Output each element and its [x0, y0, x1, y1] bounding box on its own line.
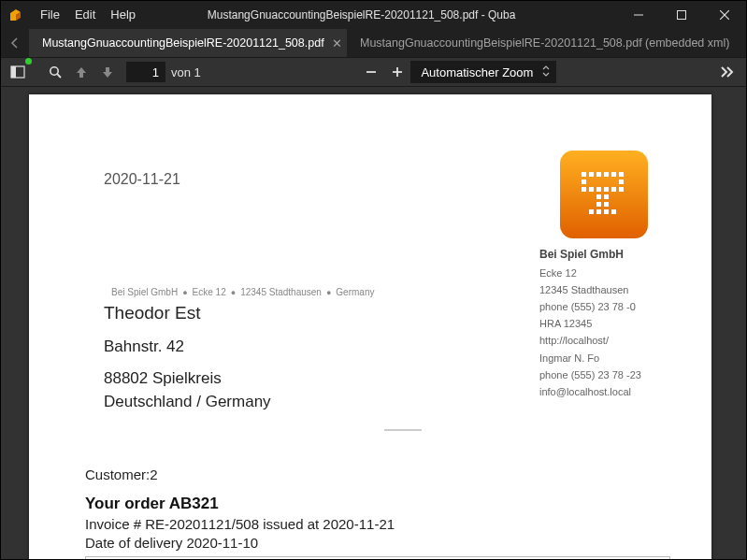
- arrow-down-icon: [102, 65, 113, 79]
- delivery-date-line: Date of delivery 2020-11-10: [85, 534, 395, 553]
- next-page-button[interactable]: [94, 59, 121, 85]
- menu-edit[interactable]: Edit: [67, 1, 103, 29]
- svg-rect-31: [604, 209, 609, 214]
- svg-rect-22: [604, 187, 609, 192]
- company-name: Bei Spiel GmbH: [539, 246, 670, 265]
- sidebar-toggle-button[interactable]: [5, 59, 31, 85]
- company-phone-direct: phone (555) 23 78 -23: [539, 366, 670, 383]
- invoice-info: Invoice # RE-20201121/508 issued at 2020…: [85, 515, 395, 552]
- invoice-number-line: Invoice # RE-20201121/508 issued at 2020…: [85, 515, 395, 534]
- company-phone: phone (555) 23 78 -0: [539, 298, 670, 315]
- svg-rect-17: [582, 179, 586, 184]
- svg-rect-25: [596, 194, 601, 199]
- tab-previous-icon[interactable]: [1, 29, 29, 57]
- chevron-double-right-icon: [720, 66, 735, 78]
- company-logo: [560, 151, 648, 238]
- svg-rect-24: [619, 187, 624, 192]
- company-city: 12345 Stadthausen: [539, 281, 670, 298]
- customer-id: Customer:2: [85, 467, 158, 482]
- company-contact: Ingmar N. Fo: [539, 350, 670, 366]
- window-title: MustangGnuaccountingBeispielRE-20201121_…: [143, 8, 617, 22]
- company-reg: HRA 12345: [539, 315, 670, 332]
- svg-point-6: [50, 66, 57, 74]
- svg-rect-15: [611, 172, 616, 177]
- recipient-street: Bahnstr. 42: [104, 336, 271, 359]
- svg-rect-26: [604, 194, 609, 199]
- svg-rect-16: [619, 172, 624, 177]
- more-tools-button[interactable]: [714, 59, 740, 85]
- close-icon[interactable]: ✕: [332, 36, 342, 50]
- company-street: Ecke 12: [539, 265, 670, 281]
- minus-icon: [365, 65, 378, 79]
- svg-rect-12: [589, 172, 594, 177]
- tab-label: MustangGnuaccountingBeispielRE-20201121_…: [42, 36, 324, 50]
- status-dot-icon: [25, 58, 32, 65]
- viewer-toolbar: von 1 Automatischer Zoom: [1, 57, 746, 87]
- svg-rect-23: [611, 187, 616, 192]
- svg-rect-30: [596, 209, 601, 214]
- recipient-name: Theodor Est: [104, 300, 271, 326]
- company-info-block: Bei Spiel GmbH Ecke 12 12345 Stadthausen…: [539, 246, 670, 400]
- zoom-mode-label: Automatischer Zoom: [421, 65, 533, 79]
- tab-embedded-xml[interactable]: MustangGnuaccountingBeispielRE-20201121_…: [347, 29, 665, 57]
- search-icon: [49, 65, 63, 79]
- svg-rect-1: [678, 11, 686, 20]
- invoice-table-top: [85, 556, 670, 559]
- svg-rect-5: [11, 66, 16, 78]
- sender-address-line: Bei Spiel GmbH●Ecke 12●12345 Stadthausen…: [111, 287, 374, 297]
- document-viewer[interactable]: 2020-11-21 Bei Spiel GmbH Ecke 12 1: [1, 87, 746, 559]
- svg-rect-20: [589, 187, 594, 192]
- window-controls: [617, 1, 746, 29]
- document-date: 2020-11-21: [104, 171, 180, 188]
- recipient-city: 88802 Spielkreis: [104, 367, 271, 391]
- fold-mark: [384, 429, 422, 431]
- recipient-address: Theodor Est Bahnstr. 42 88802 Spielkreis…: [104, 300, 271, 413]
- chevron-up-down-icon: [542, 65, 550, 79]
- page-count-label: von 1: [171, 65, 201, 79]
- minimize-button[interactable]: [617, 1, 660, 29]
- recipient-country: Deutschland / Germany: [104, 391, 271, 414]
- company-email: info@localhost.local: [539, 383, 670, 400]
- menu-file[interactable]: File: [33, 1, 67, 29]
- maximize-button[interactable]: [660, 1, 703, 29]
- svg-rect-18: [619, 179, 624, 184]
- svg-rect-32: [611, 209, 616, 214]
- company-url: http://localhost/: [539, 332, 670, 349]
- prev-page-button[interactable]: [68, 59, 94, 85]
- menu-help[interactable]: Help: [103, 1, 143, 29]
- plus-icon: [391, 65, 404, 79]
- zoom-in-button[interactable]: [384, 59, 410, 85]
- search-button[interactable]: [42, 59, 68, 85]
- tab-pdf[interactable]: MustangGnuaccountingBeispielRE-20201121_…: [29, 29, 347, 57]
- document-page: 2020-11-21 Bei Spiel GmbH Ecke 12 1: [29, 94, 711, 559]
- order-title: Your order AB321: [85, 495, 219, 513]
- svg-rect-11: [582, 172, 586, 177]
- zoom-mode-select[interactable]: Automatischer Zoom: [410, 61, 556, 83]
- titlebar: File Edit Help MustangGnuaccountingBeisp…: [1, 1, 746, 29]
- tab-label: MustangGnuaccountingBeispielRE-20201121_…: [360, 36, 729, 50]
- svg-rect-28: [604, 202, 609, 207]
- arrow-up-icon: [76, 65, 87, 79]
- svg-rect-14: [604, 172, 609, 177]
- svg-rect-27: [596, 202, 601, 207]
- svg-line-7: [57, 74, 61, 78]
- document-tabs: MustangGnuaccountingBeispielRE-20201121_…: [1, 29, 746, 57]
- app-icon: [8, 7, 23, 22]
- svg-rect-29: [589, 209, 594, 214]
- zoom-out-button[interactable]: [358, 59, 384, 85]
- svg-rect-21: [596, 187, 601, 192]
- svg-rect-19: [582, 187, 586, 192]
- app-window: File Edit Help MustangGnuaccountingBeisp…: [0, 0, 747, 560]
- close-button[interactable]: [703, 1, 746, 29]
- page-number-input[interactable]: [126, 62, 165, 82]
- svg-rect-13: [596, 172, 601, 177]
